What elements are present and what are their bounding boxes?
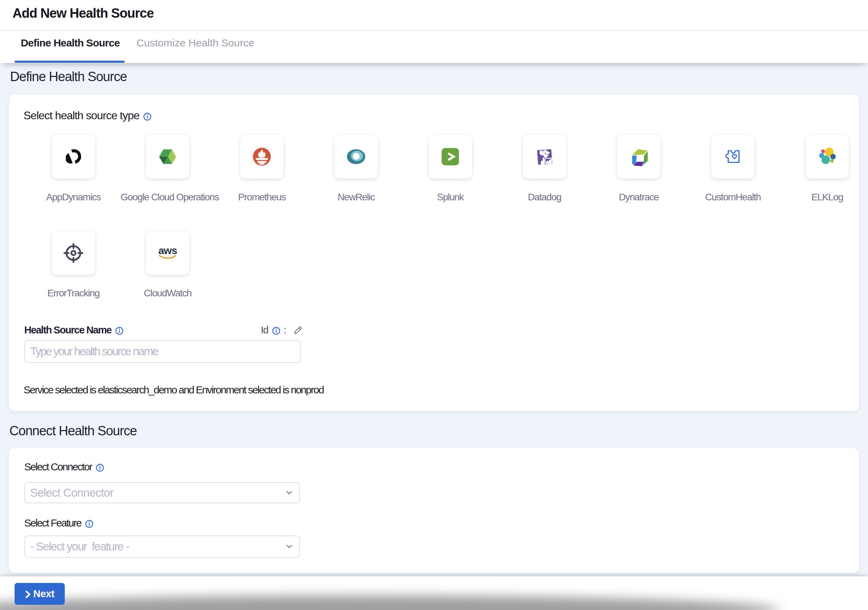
svg-text:aws: aws <box>158 247 177 256</box>
